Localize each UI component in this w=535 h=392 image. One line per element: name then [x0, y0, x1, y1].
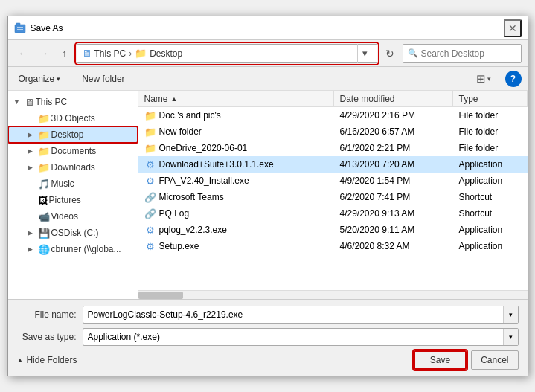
- address-sep: ›: [129, 48, 132, 59]
- file-cell-date: 4/9/2020 1:54 PM: [334, 176, 453, 186]
- file-name: Microsoft Teams: [159, 192, 224, 202]
- expand-this-pc: ▼: [11, 96, 23, 108]
- file-cell-name: 📁 Doc.'s and pic's: [138, 109, 334, 121]
- address-folder-icon: 📁: [135, 48, 147, 59]
- file-icon: ⚙: [144, 224, 156, 236]
- forward-button[interactable]: →: [35, 45, 53, 62]
- dialog-icon: [14, 22, 26, 34]
- sidebar-item-documents[interactable]: ▶ 📁 Documents: [8, 143, 138, 159]
- file-name: New folder: [159, 126, 202, 137]
- file-cell-date: 4/29/2020 9:13 AM: [334, 208, 453, 219]
- file-row[interactable]: 📁 OneDrive_2020-06-01 6/1/2020 2:21 PM F…: [138, 140, 528, 156]
- file-cell-name: ⚙ pqlog_v2.2.3.exe: [138, 224, 334, 236]
- file-list-area: Name ▲ Date modified Type 📁 Doc.'s and p…: [138, 91, 528, 299]
- file-list: 📁 Doc.'s and pic's 4/29/2020 2:16 PM Fil…: [138, 107, 528, 290]
- search-input[interactable]: [421, 48, 533, 59]
- file-cell-name: ⚙ Setup.exe: [138, 240, 334, 252]
- file-row[interactable]: ⚙ FPA_V2.40_Install.exe 4/9/2020 1:54 PM…: [138, 173, 528, 189]
- folder-documents-icon: 📁: [38, 146, 50, 157]
- new-folder-button[interactable]: New folder: [77, 71, 129, 86]
- organize-button[interactable]: Organize ▾: [14, 71, 65, 86]
- sidebar-label-music: Music: [51, 179, 74, 189]
- toolbar-separator: [71, 72, 71, 86]
- sidebar-item-videos[interactable]: 📹 Videos: [8, 208, 138, 225]
- hide-folders-button[interactable]: ▲ Hide Folders: [17, 355, 77, 365]
- cancel-button[interactable]: Cancel: [471, 350, 518, 370]
- folder-videos-icon: 📹: [38, 211, 50, 222]
- file-name: pqlog_v2.2.3.exe: [159, 225, 227, 235]
- drive-icon: 💾: [38, 228, 50, 239]
- svg-rect-1: [16, 23, 20, 25]
- title-bar: Save As ✕: [8, 16, 528, 40]
- view-button[interactable]: ⊞ ▾: [475, 71, 493, 87]
- file-row[interactable]: 🔗 PQ Log 4/29/2020 9:13 AM Shortcut: [138, 205, 528, 222]
- col-header-type[interactable]: Type: [453, 91, 528, 106]
- folder-music-icon: 🎵: [38, 179, 50, 190]
- address-part-2: Desktop: [150, 48, 182, 59]
- savetype-input-container: ▾: [83, 328, 519, 346]
- save-as-dialog: Save As ✕ ← → ↑ 🖥 This PC › 📁 Desktop ▾ …: [7, 16, 528, 376]
- file-row[interactable]: ⚙ Download+Suite+3.0.1.1.exe 4/13/2020 7…: [138, 156, 528, 173]
- expand-downloads: ▶: [25, 161, 36, 173]
- sidebar-item-osdisk[interactable]: ▶ 💾 OSDisk (C:): [8, 225, 138, 241]
- savetype-input[interactable]: [83, 332, 503, 342]
- sidebar-label-downloads: Downloads: [51, 162, 95, 173]
- scrollbar-thumb[interactable]: [138, 292, 183, 299]
- file-row[interactable]: 📁 New folder 6/16/2020 6:57 AM File fold…: [138, 123, 528, 140]
- file-icon: 📁: [144, 142, 156, 154]
- file-cell-type: Application: [453, 225, 528, 235]
- svg-rect-0: [15, 25, 25, 33]
- horizontal-scrollbar[interactable]: [138, 290, 528, 299]
- save-button[interactable]: Save: [414, 350, 467, 370]
- sidebar-item-downloads[interactable]: ▶ 📁 Downloads: [8, 159, 138, 176]
- up-button[interactable]: ↑: [56, 45, 74, 62]
- address-dropdown-button[interactable]: ▾: [357, 44, 372, 63]
- expand-desktop: ▶: [25, 129, 36, 141]
- file-row[interactable]: 📁 Doc.'s and pic's 4/29/2020 2:16 PM Fil…: [138, 107, 528, 123]
- filename-input-container: ▾: [83, 306, 519, 324]
- file-row[interactable]: ⚙ Setup.exe 4/6/2020 8:32 AM Application: [138, 238, 528, 254]
- expand-3d-objects: [25, 112, 36, 124]
- main-content: ▼ 🖥 This PC 📁 3D Objects ▶ 📁 Desktop: [8, 91, 528, 299]
- file-cell-date: 6/2/2020 7:41 PM: [334, 192, 453, 202]
- file-cell-date: 6/16/2020 6:57 AM: [334, 126, 453, 137]
- filename-row: File name: ▾: [17, 306, 519, 324]
- back-button[interactable]: ←: [14, 45, 32, 62]
- file-cell-date: 4/6/2020 8:32 AM: [334, 241, 453, 251]
- file-cell-type: Shortcut: [453, 208, 528, 219]
- file-cell-type: File folder: [453, 110, 528, 121]
- col-header-date[interactable]: Date modified: [334, 91, 453, 106]
- close-button[interactable]: ✕: [504, 19, 522, 37]
- filename-label: File name:: [17, 309, 77, 320]
- file-cell-name: 📁 New folder: [138, 126, 334, 138]
- file-row[interactable]: ⚙ pqlog_v2.2.3.exe 5/20/2020 9:11 AM App…: [138, 222, 528, 238]
- help-button[interactable]: ?: [505, 71, 522, 87]
- sidebar-item-3d-objects[interactable]: 📁 3D Objects: [8, 110, 138, 126]
- filename-dropdown-button[interactable]: ▾: [503, 306, 518, 323]
- savetype-row: Save as type: ▾: [17, 328, 519, 346]
- sidebar-item-network[interactable]: ▶ 🌐 cbruner (\\globa...: [8, 241, 138, 257]
- dialog-title: Save As: [31, 23, 504, 33]
- refresh-button[interactable]: ↻: [380, 44, 400, 63]
- file-name: OneDrive_2020-06-01: [159, 143, 248, 153]
- sidebar-label-this-pc: This PC: [36, 97, 68, 107]
- filename-input[interactable]: [83, 309, 503, 320]
- file-icon: 📁: [144, 126, 156, 138]
- folder-3d-icon: 📁: [38, 113, 50, 124]
- expand-pictures: [25, 194, 36, 206]
- action-bar: ▲ Hide Folders Save Cancel: [17, 350, 519, 370]
- file-cell-name: 🔗 Microsoft Teams: [138, 191, 334, 203]
- computer-icon: 🖥: [25, 97, 34, 108]
- sidebar-item-music[interactable]: 🎵 Music: [8, 176, 138, 192]
- address-bar[interactable]: 🖥 This PC › 📁 Desktop ▾: [77, 44, 377, 63]
- savetype-dropdown-button[interactable]: ▾: [503, 329, 518, 345]
- toolbar: Organize ▾ New folder ⊞ ▾ ?: [8, 67, 528, 91]
- sidebar-label-pictures: Pictures: [49, 195, 81, 205]
- sidebar-item-this-pc[interactable]: ▼ 🖥 This PC: [8, 94, 138, 110]
- sidebar-item-desktop[interactable]: ▶ 📁 Desktop: [8, 126, 138, 143]
- col-header-name[interactable]: Name ▲: [138, 91, 334, 106]
- file-row[interactable]: 🔗 Microsoft Teams 6/2/2020 7:41 PM Short…: [138, 189, 528, 205]
- file-cell-date: 4/29/2020 2:16 PM: [334, 110, 453, 121]
- svg-rect-2: [17, 27, 23, 28]
- sidebar-item-pictures[interactable]: 🖼 Pictures: [8, 192, 138, 208]
